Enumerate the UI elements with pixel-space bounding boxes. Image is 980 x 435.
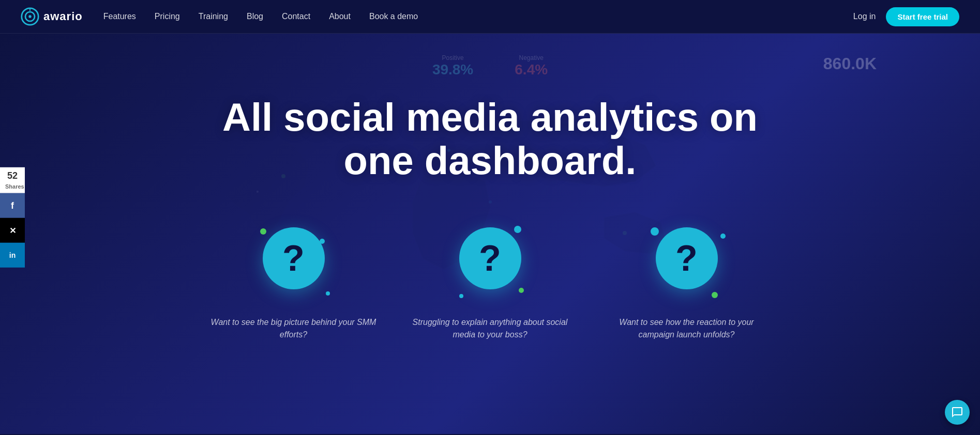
hero-section: Positive 39.8% Negative 6.4% 860.0K	[0, 34, 980, 434]
nav-link-training[interactable]: Training	[199, 12, 228, 21]
nav-link-blog[interactable]: Blog	[247, 12, 263, 21]
share-label: Shares	[5, 183, 24, 189]
dot-cyan-3	[514, 226, 521, 233]
nav-links: Features Pricing Training Blog Contact A…	[103, 12, 853, 21]
hero-cards: Want to see the big picture behind your …	[211, 223, 770, 341]
bg-stat-total: 860.0K	[823, 54, 877, 73]
hero-card-2-text: Struggling to explain anything about soc…	[408, 316, 573, 341]
dot-cyan-6	[720, 234, 726, 239]
start-trial-button[interactable]: Start free trial	[886, 7, 959, 26]
hero-content: All social media analytics on one dashbo…	[212, 96, 768, 213]
nav-link-features[interactable]: Features	[103, 12, 136, 21]
hero-title: All social media analytics on one dashbo…	[222, 96, 758, 182]
question-bubble-2	[459, 227, 521, 289]
chat-button[interactable]	[945, 400, 970, 425]
hero-title-line1: All social media analytics on	[222, 95, 758, 139]
login-link[interactable]: Log in	[853, 12, 876, 21]
navbar: awario Features Pricing Training Blog Co…	[0, 0, 980, 34]
twitter-x-icon: ✕	[9, 226, 16, 236]
brand-logo-link[interactable]: awario	[21, 7, 83, 26]
hero-card-1-text: Want to see the big picture behind your …	[211, 316, 376, 341]
share-linkedin-button[interactable]: in	[0, 243, 25, 268]
hero-title-line2: one dashboard.	[344, 138, 637, 182]
nav-link-about[interactable]: About	[329, 12, 351, 21]
share-sidebar: 52 Shares f ✕ in	[0, 167, 25, 268]
dot-cyan-4	[459, 294, 463, 298]
chat-icon	[951, 406, 963, 418]
nav-link-pricing[interactable]: Pricing	[155, 12, 180, 21]
linkedin-icon: in	[9, 251, 16, 259]
dot-green-3	[712, 292, 718, 298]
question-bubble-1	[263, 227, 325, 289]
dot-cyan-1	[326, 291, 330, 296]
hero-card-1: Want to see the big picture behind your …	[211, 223, 376, 341]
dot-cyan-5	[651, 227, 659, 236]
card1-dots-container	[252, 223, 335, 306]
hero-card-3: Want to see how the reaction to your cam…	[604, 223, 770, 341]
nav-right: Log in Start free trial	[853, 7, 959, 26]
bg-stat-negative: Negative 6.4%	[515, 54, 548, 78]
hero-card-2: Struggling to explain anything about soc…	[408, 223, 573, 341]
hero-card-3-text: Want to see how the reaction to your cam…	[604, 316, 770, 341]
share-twitter-button[interactable]: ✕	[0, 218, 25, 243]
awario-logo-icon	[21, 7, 39, 26]
share-facebook-button[interactable]: f	[0, 193, 25, 218]
svg-point-2	[28, 15, 31, 18]
nav-link-book-demo[interactable]: Book a demo	[369, 12, 418, 21]
card3-dots-container	[645, 223, 728, 306]
brand-name: awario	[43, 10, 83, 23]
facebook-icon: f	[11, 200, 14, 211]
dot-green-2	[519, 288, 524, 293]
background-stats: Positive 39.8% Negative 6.4% 860.0K	[432, 54, 548, 78]
question-bubble-3	[656, 227, 718, 289]
bg-stat-positive: Positive 39.8%	[432, 54, 473, 78]
dot-green-1	[260, 228, 266, 235]
card2-dots-container	[449, 223, 532, 306]
share-count: 52 Shares	[0, 167, 25, 193]
nav-link-contact[interactable]: Contact	[282, 12, 310, 21]
share-number: 52	[5, 170, 20, 182]
dot-cyan-2	[320, 239, 325, 244]
